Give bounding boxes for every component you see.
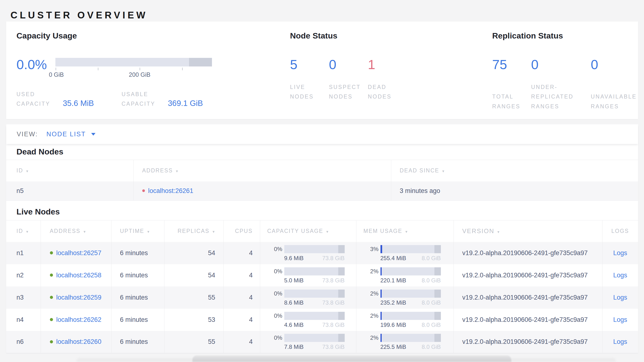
- node-address-link[interactable]: localhost:26257: [56, 249, 102, 257]
- col-header-label: UPTIME: [120, 228, 144, 234]
- capacity-usage-meter-percent: 0%: [260, 268, 282, 275]
- node-id: n2: [6, 264, 40, 286]
- node-version: v19.2.0-alpha.20190606-2491-gfe735c9a97: [454, 242, 602, 264]
- capacity-usage-meter-percent: 0%: [260, 246, 282, 253]
- mem-usage-meter: 2%199.6 MiB8.0 GiB: [356, 311, 453, 328]
- col-header-address[interactable]: ADDRESS▼: [134, 160, 391, 182]
- axis-label-0gib: 0 GiB: [49, 71, 64, 78]
- capacity-usage-meter-track: [284, 267, 345, 275]
- live-nodes-heading: Live Nodes: [6, 201, 638, 216]
- node-uptime: 6 minutes: [111, 264, 164, 286]
- node-id: n3: [6, 286, 40, 309]
- live-node-row: n4localhost:262626 minutes5340%4.6 MiB73…: [6, 309, 638, 331]
- capacity-usage-meter-percent: 0%: [260, 334, 282, 341]
- table-header-row: ID▼ADDRESS▼DEAD SINCE▼: [6, 160, 638, 182]
- axis-tick: [56, 68, 56, 70]
- col-header-id[interactable]: ID▼: [6, 221, 40, 242]
- col-header-label: ID: [16, 228, 23, 234]
- dead-nodes-label: DEAD NODES: [368, 82, 407, 102]
- col-header-replicas[interactable]: REPLICAS▼: [164, 221, 224, 242]
- node-address-link[interactable]: localhost:26259: [56, 294, 102, 301]
- live-nodes-table: ID▼ADDRESS▼UPTIME▼REPLICAS▼CPUSCAPACITY …: [6, 220, 638, 353]
- sort-arrow-icon: ▼: [212, 230, 215, 234]
- node-cpus: 4: [224, 286, 260, 309]
- capacity-usage-meter: 0%4.6 MiB73.8 GiB: [260, 311, 356, 328]
- capacity-usage-meter-total-value: 73.8 GiB: [322, 255, 344, 262]
- cluster-summary-panel: Capacity Usage 0.0% 0 GiB 200 GiB: [6, 22, 638, 119]
- mem-usage-meter-bar: 2%: [356, 267, 453, 275]
- mem-usage-meter-fill: [380, 312, 382, 320]
- col-header-id[interactable]: ID▼: [6, 160, 134, 182]
- mem-usage-meter-used-value: 225.5 MiB: [380, 343, 406, 350]
- sort-arrow-icon: ▼: [26, 230, 29, 234]
- node-address-cell: localhost:26262: [40, 309, 111, 331]
- node-address-link[interactable]: localhost:26260: [56, 338, 102, 345]
- chevron-down-icon: [91, 133, 96, 136]
- capacity-usage-section: Capacity Usage 0.0% 0 GiB 200 GiB: [6, 22, 281, 119]
- logs-link[interactable]: Logs: [613, 294, 627, 301]
- col-header-address[interactable]: ADDRESS▼: [40, 221, 111, 242]
- node-list-panel: Dead Nodes ID▼ADDRESS▼DEAD SINCE▼ n5loca…: [6, 144, 638, 353]
- capacity-percent-value: 0.0%: [16, 58, 56, 71]
- col-header-uptime[interactable]: UPTIME▼: [111, 221, 164, 242]
- mem-usage-cell: 2%225.5 MiB8.0 GiB: [356, 331, 454, 353]
- capacity-usage-meter-bar: 0%: [260, 312, 356, 320]
- live-node-row: n2localhost:262586 minutes5440%5.0 MiB73…: [6, 264, 638, 286]
- view-dropdown[interactable]: NODE LIST: [46, 130, 96, 138]
- capacity-usage-meter-other-segment: [338, 245, 345, 253]
- axis-label-200gib: 200 GiB: [129, 71, 150, 78]
- mem-usage-meter-used-value: 220.1 MiB: [380, 277, 406, 284]
- logs-link[interactable]: Logs: [613, 249, 627, 257]
- capacity-bar-other-segment: [189, 58, 212, 67]
- logs-link[interactable]: Logs: [613, 338, 627, 345]
- node-uptime: 6 minutes: [111, 309, 164, 331]
- col-header-version[interactable]: VERSION▼: [454, 221, 602, 242]
- logs-link[interactable]: Logs: [613, 272, 627, 279]
- capacity-usage-meter-track: [284, 312, 345, 320]
- node-replicas: 53: [164, 309, 224, 331]
- mem-usage-meter-track: [380, 312, 441, 320]
- capacity-usage-meter: 0%7.8 MiB73.8 GiB: [260, 333, 356, 350]
- col-header-mem-usage[interactable]: MEM USAGE▼: [356, 221, 454, 242]
- capacity-usage-heading: Capacity Usage: [16, 31, 281, 40]
- replication-values: 75 0 0: [492, 58, 638, 71]
- capacity-usage-meter-labels: 9.6 MiB73.8 GiB: [284, 255, 345, 262]
- logs-link[interactable]: Logs: [613, 316, 627, 323]
- node-id: n1: [6, 242, 40, 264]
- col-header-dead-since[interactable]: DEAD SINCE▼: [391, 160, 638, 182]
- live-status-dot-icon: [50, 274, 53, 277]
- suspect-nodes-label: SUSPECT NODES: [329, 82, 368, 102]
- mem-usage-meter-percent: 2%: [356, 334, 378, 341]
- capacity-usage-meter-percent: 0%: [260, 290, 282, 297]
- capacity-usage-meter-track: [284, 334, 345, 342]
- col-header-label: ID: [16, 167, 23, 173]
- node-status-heading: Node Status: [290, 31, 483, 40]
- capacity-usage-meter-bar: 0%: [260, 245, 356, 253]
- mem-usage-meter-fill: [380, 245, 382, 253]
- node-cpus: 4: [224, 331, 260, 353]
- mem-usage-meter: 3%255.4 MiB8.0 GiB: [356, 245, 453, 262]
- replication-status-section: Replication Status 75 0 0 TOTAL RANGES U…: [483, 22, 638, 119]
- col-header-capacity-usage[interactable]: CAPACITY USAGE▼: [260, 221, 356, 242]
- node-id: n4: [6, 309, 40, 331]
- logs-cell: Logs: [602, 264, 638, 286]
- capacity-usage-meter-used-value: 8.6 MiB: [284, 299, 304, 306]
- capacity-usage-meter-used-value: 4.6 MiB: [284, 322, 304, 328]
- dead-since-value: 3 minutes ago: [391, 182, 638, 201]
- node-address-link[interactable]: localhost:26258: [56, 272, 102, 279]
- view-selector-bar: VIEW: NODE LIST: [6, 124, 638, 144]
- mem-usage-meter-bar: 2%: [356, 312, 453, 320]
- node-address-link[interactable]: localhost:26262: [56, 316, 102, 323]
- node-uptime: 6 minutes: [111, 331, 164, 353]
- live-status-dot-icon: [50, 296, 53, 299]
- live-nodes-label: LIVE NODES: [290, 82, 329, 102]
- dead-node-address-link[interactable]: localhost:26261: [148, 187, 193, 194]
- mem-usage-meter-bar: 3%: [356, 245, 453, 253]
- replication-labels: TOTAL RANGES UNDER-REPLICATED RANGES UNA…: [492, 82, 638, 111]
- dead-node-row: n5localhost:262613 minutes ago: [6, 182, 638, 201]
- usable-capacity-stat: USABLE CAPACITY 369.1 GiB: [122, 89, 203, 109]
- live-nodes-count: 5: [290, 58, 329, 71]
- mem-usage-meter-fill: [380, 267, 382, 275]
- capacity-usage-meter-labels: 8.6 MiB73.8 GiB: [284, 299, 345, 306]
- mem-usage-meter-percent: 3%: [356, 246, 378, 253]
